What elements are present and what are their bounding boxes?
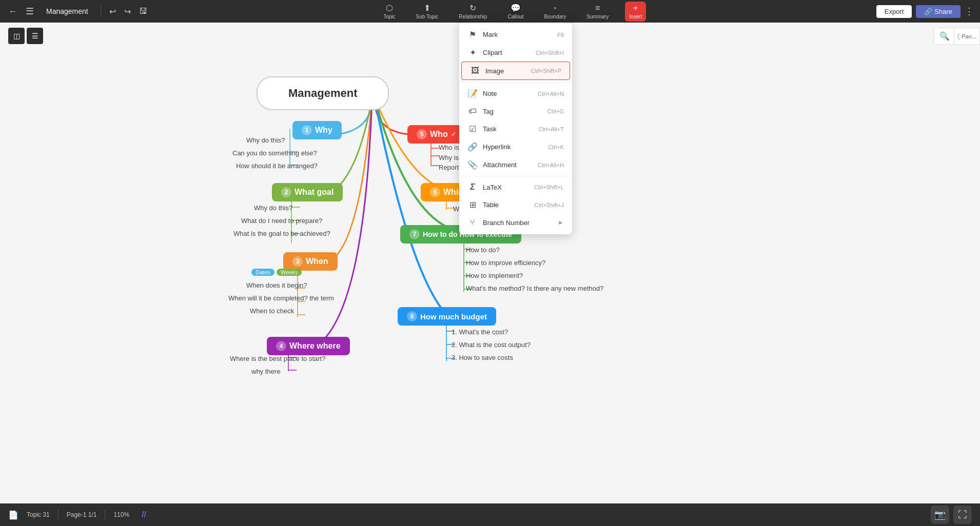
menu-branch-number-label: Branch Number bbox=[483, 219, 553, 227]
menu-item-image[interactable]: 🖼 Image Ctrl+Shift+P bbox=[461, 62, 570, 80]
page-view-button[interactable]: 📄 bbox=[8, 510, 18, 520]
left-panel-toggle: ◫ ☰ bbox=[8, 28, 43, 44]
tool-callout[interactable]: 💬 Callout bbox=[503, 1, 527, 22]
menu-item-table[interactable]: ⊞ Table Ctrl+Shift+J bbox=[459, 196, 572, 214]
panel-grid-toggle[interactable]: ◫ bbox=[8, 28, 25, 44]
divider bbox=[101, 5, 101, 17]
image-icon: 🖼 bbox=[470, 66, 480, 75]
redo-button[interactable]: ↪ bbox=[122, 5, 133, 18]
toolbar-right: Export 🔗 Share ⋮ bbox=[870, 5, 980, 18]
topic-icon: ⬡ bbox=[386, 3, 393, 13]
menu-clipart-shortcut: Ctrl+Shift+I bbox=[536, 50, 564, 56]
search-button[interactable]: 🔍 bbox=[934, 28, 955, 45]
table-icon: ⊞ bbox=[467, 200, 478, 210]
subitem-howto-4: What's the method? Is there any new meth… bbox=[466, 285, 603, 292]
page-label: Page-1 1/1 bbox=[67, 511, 97, 518]
tool-summary-label: Summary bbox=[586, 14, 609, 19]
fullscreen-button[interactable]: ⛶ bbox=[953, 505, 972, 524]
more-options-icon[interactable]: ⋮ bbox=[965, 6, 974, 17]
branch-what-goal[interactable]: 2 What goal bbox=[272, 183, 343, 201]
relationship-icon: ↻ bbox=[469, 3, 476, 13]
share-button[interactable]: 🔗 Share bbox=[916, 5, 961, 18]
menu-item-tag[interactable]: 🏷 Tag Ctrl+G bbox=[459, 103, 572, 120]
branch-why-label: Why bbox=[315, 126, 332, 135]
branch-where-label: Where where bbox=[289, 341, 341, 351]
toolbar-left: ← ☰ Management ↩ ↪ 🖫 bbox=[0, 4, 155, 19]
export-button[interactable]: Export bbox=[876, 5, 912, 18]
branch-when[interactable]: 3 When bbox=[283, 252, 338, 271]
subitem-when-2: When will it be completed? the term bbox=[228, 294, 334, 302]
menu-hyperlink-label: Hyperlink bbox=[483, 143, 543, 151]
menu-item-latex[interactable]: Σ LaTeX Ctrl+Shift+L bbox=[459, 178, 572, 196]
branch-why[interactable]: 1 Why bbox=[292, 121, 342, 139]
menu-attachment-shortcut: Ctrl+Alt+H bbox=[538, 162, 564, 168]
undo-button[interactable]: ↩ bbox=[107, 5, 118, 18]
save-button[interactable]: 🖫 bbox=[137, 5, 149, 18]
right-panel-icon: 〈 bbox=[957, 32, 959, 41]
branch-where-num: 4 bbox=[276, 341, 286, 351]
callout-icon: 💬 bbox=[511, 3, 521, 13]
branch-what-goal-label: What goal bbox=[295, 188, 334, 197]
menu-button[interactable]: ☰ bbox=[24, 4, 36, 19]
menu-item-clipart[interactable]: ✦ Clipart Ctrl+Shift+I bbox=[459, 44, 572, 62]
branch-where[interactable]: 4 Where where bbox=[267, 337, 350, 355]
brand-mark: // bbox=[142, 510, 146, 519]
right-panel-button[interactable]: 〈 Pan... bbox=[954, 28, 980, 45]
subitem-why-2: Can you do something else? bbox=[232, 149, 317, 157]
boundary-icon: ▫ bbox=[554, 4, 557, 13]
menu-item-branch-number[interactable]: ⑂ Branch Number ► bbox=[459, 214, 572, 231]
branch-number-arrow-icon: ► bbox=[558, 219, 564, 226]
subitem-when-3: When to check bbox=[250, 307, 294, 315]
branch-which-num: 6 bbox=[430, 187, 440, 197]
menu-item-note[interactable]: 📝 Note Ctrl+Alt+N bbox=[459, 85, 572, 103]
menu-item-hyperlink[interactable]: 🔗 Hyperlink Ctrl+K bbox=[459, 138, 572, 156]
menu-hyperlink-shortcut: Ctrl+K bbox=[548, 144, 564, 150]
tool-insert[interactable]: + Insert bbox=[625, 2, 646, 22]
central-topic[interactable]: Management bbox=[257, 76, 389, 110]
menu-attachment-label: Attachment bbox=[483, 161, 533, 169]
bottom-right: 📷 ⛶ bbox=[931, 505, 972, 524]
toolbar-tools: ⬡ Topic ⬆ Sub Topic ↻ Relationship 💬 Cal… bbox=[155, 1, 870, 22]
tool-boundary[interactable]: ▫ Boundary bbox=[540, 2, 571, 22]
minimap-button[interactable]: 📷 bbox=[931, 505, 949, 524]
tag-dates: Dates bbox=[251, 269, 275, 276]
mark-icon: ⚑ bbox=[467, 30, 478, 39]
tool-subtopic[interactable]: ⬆ Sub Topic bbox=[412, 1, 443, 22]
topic-count-label: Topic 31 bbox=[27, 511, 50, 518]
subitem-howto-2: How to improve efficiency? bbox=[466, 259, 545, 267]
tool-boundary-label: Boundary bbox=[544, 14, 566, 19]
subitem-why-1: Why do this? bbox=[246, 136, 285, 144]
tool-relationship[interactable]: ↻ Relationship bbox=[455, 1, 491, 22]
menu-table-label: Table bbox=[483, 201, 530, 209]
menu-image-shortcut: Ctrl+Shift+P bbox=[531, 68, 561, 74]
tool-topic[interactable]: ⬡ Topic bbox=[379, 1, 399, 22]
bottom-bar: 📄 Topic 31 Page-1 1/1 110% // 📷 ⛶ bbox=[0, 503, 980, 526]
share-label: Share bbox=[934, 8, 952, 15]
zoom-label: 110% bbox=[113, 511, 129, 518]
subitem-budget-1: 1. What's the cost? bbox=[452, 328, 508, 336]
panel-list-toggle[interactable]: ☰ bbox=[27, 28, 43, 44]
subitem-goal-1: Why do this? bbox=[254, 204, 292, 212]
tool-subtopic-label: Sub Topic bbox=[416, 14, 439, 19]
insert-icon: + bbox=[633, 4, 638, 13]
menu-item-mark[interactable]: ⚑ Mark F8 bbox=[459, 26, 572, 44]
menu-task-shortcut: Ctrl+Alt+T bbox=[538, 126, 564, 132]
menu-item-attachment[interactable]: 📎 Attachment Ctrl+Alt+H bbox=[459, 156, 572, 174]
tool-summary[interactable]: ≡ Summary bbox=[582, 2, 613, 22]
menu-latex-shortcut: Ctrl+Shift+L bbox=[534, 184, 564, 190]
tool-topic-label: Topic bbox=[383, 14, 395, 19]
branch-budget-num: 8 bbox=[407, 311, 417, 321]
back-button[interactable]: ← bbox=[6, 4, 19, 19]
subitem-budget-2: 2. What is the cost output? bbox=[452, 341, 531, 349]
menu-separator-1 bbox=[459, 82, 572, 83]
tool-callout-label: Callout bbox=[507, 14, 523, 19]
branch-budget[interactable]: 8 How much budget bbox=[398, 307, 496, 326]
branch-who-label: Who bbox=[430, 130, 448, 139]
menu-note-label: Note bbox=[483, 90, 533, 97]
menu-item-task[interactable]: ☑ Task Ctrl+Alt+T bbox=[459, 120, 572, 138]
branch-when-label: When bbox=[306, 257, 328, 266]
attachment-icon: 📎 bbox=[467, 160, 478, 170]
latex-icon: Σ bbox=[467, 183, 478, 192]
branch-who-num: 5 bbox=[417, 129, 427, 139]
who-check: ✓ bbox=[451, 131, 456, 138]
